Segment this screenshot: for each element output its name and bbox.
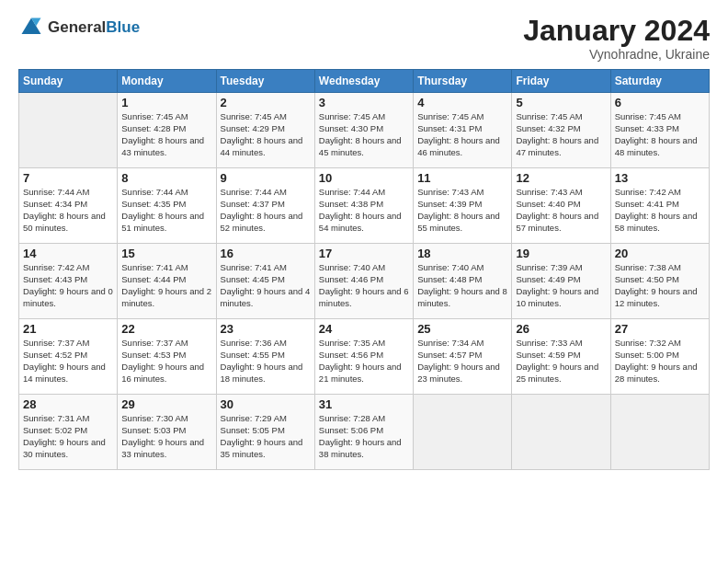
col-sunday: Sunday: [19, 70, 118, 93]
cell-info: Sunrise: 7:39 AMSunset: 4:49 PMDaylight:…: [516, 262, 598, 307]
cell-info: Sunrise: 7:45 AMSunset: 4:33 PMDaylight:…: [615, 111, 698, 156]
calendar-cell: 22 Sunrise: 7:37 AMSunset: 4:53 PMDaylig…: [118, 319, 216, 395]
page: GeneralBlue January 2024 Vynohradne, Ukr…: [0, 0, 728, 563]
calendar-cell: 24 Sunrise: 7:35 AMSunset: 4:56 PMDaylig…: [314, 319, 413, 395]
cell-info: Sunrise: 7:45 AMSunset: 4:29 PMDaylight:…: [221, 111, 303, 156]
day-number: 30: [221, 397, 311, 411]
cell-info: Sunrise: 7:43 AMSunset: 4:39 PMDaylight:…: [417, 187, 500, 232]
day-number: 9: [221, 171, 311, 185]
day-number: 16: [221, 247, 311, 260]
cell-info: Sunrise: 7:44 AMSunset: 4:35 PMDaylight:…: [121, 187, 204, 232]
calendar-cell: 21 Sunrise: 7:37 AMSunset: 4:52 PMDaylig…: [19, 319, 118, 395]
cell-info: Sunrise: 7:45 AMSunset: 4:30 PMDaylight:…: [319, 111, 402, 156]
col-monday: Monday: [118, 70, 216, 93]
calendar-cell: 18 Sunrise: 7:40 AMSunset: 4:48 PMDaylig…: [414, 244, 512, 319]
day-number: 6: [615, 96, 705, 109]
day-number: 22: [121, 322, 211, 336]
day-number: 7: [23, 171, 113, 185]
cell-info: Sunrise: 7:37 AMSunset: 4:52 PMDaylight:…: [23, 338, 106, 383]
calendar-cell: 25 Sunrise: 7:34 AMSunset: 4:57 PMDaylig…: [414, 319, 512, 395]
calendar-cell: [414, 395, 512, 470]
logo-icon: [18, 15, 44, 40]
cell-info: Sunrise: 7:45 AMSunset: 4:28 PMDaylight:…: [121, 111, 204, 156]
day-number: 18: [417, 247, 507, 260]
cell-info: Sunrise: 7:45 AMSunset: 4:31 PMDaylight:…: [417, 111, 500, 156]
cell-info: Sunrise: 7:44 AMSunset: 4:34 PMDaylight:…: [23, 187, 106, 232]
day-number: 4: [417, 96, 507, 109]
cell-info: Sunrise: 7:37 AMSunset: 4:53 PMDaylight:…: [121, 338, 204, 383]
day-number: 25: [417, 322, 507, 336]
calendar-cell: 9 Sunrise: 7:44 AMSunset: 4:37 PMDayligh…: [216, 168, 314, 244]
week-row-3: 14 Sunrise: 7:42 AMSunset: 4:43 PMDaylig…: [19, 244, 710, 319]
title-block: January 2024 Vynohradne, Ukraine: [523, 15, 710, 62]
calendar-cell: [19, 93, 118, 168]
day-number: 31: [319, 397, 409, 411]
calendar-cell: 13 Sunrise: 7:42 AMSunset: 4:41 PMDaylig…: [610, 168, 709, 244]
cell-info: Sunrise: 7:40 AMSunset: 4:48 PMDaylight:…: [417, 262, 507, 307]
calendar-cell: [512, 395, 610, 470]
cell-info: Sunrise: 7:38 AMSunset: 4:50 PMDaylight:…: [615, 262, 698, 307]
day-number: 2: [221, 96, 311, 109]
day-number: 8: [121, 171, 211, 185]
calendar-cell: 1 Sunrise: 7:45 AMSunset: 4:28 PMDayligh…: [118, 93, 216, 168]
week-row-4: 21 Sunrise: 7:37 AMSunset: 4:52 PMDaylig…: [19, 319, 710, 395]
day-number: 11: [417, 171, 507, 185]
calendar-cell: 4 Sunrise: 7:45 AMSunset: 4:31 PMDayligh…: [414, 93, 512, 168]
day-number: 24: [319, 322, 409, 336]
calendar-cell: 10 Sunrise: 7:44 AMSunset: 4:38 PMDaylig…: [314, 168, 413, 244]
day-number: 28: [23, 397, 113, 411]
cell-info: Sunrise: 7:29 AMSunset: 5:05 PMDaylight:…: [221, 413, 303, 458]
calendar-cell: 11 Sunrise: 7:43 AMSunset: 4:39 PMDaylig…: [414, 168, 512, 244]
header-row: Sunday Monday Tuesday Wednesday Thursday…: [19, 70, 710, 93]
day-number: 13: [615, 171, 705, 185]
col-friday: Friday: [512, 70, 610, 93]
logo-blue: Blue: [106, 18, 140, 36]
calendar-cell: 16 Sunrise: 7:41 AMSunset: 4:45 PMDaylig…: [216, 244, 314, 319]
week-row-2: 7 Sunrise: 7:44 AMSunset: 4:34 PMDayligh…: [19, 168, 710, 244]
day-number: 23: [221, 322, 311, 336]
cell-info: Sunrise: 7:44 AMSunset: 4:37 PMDaylight:…: [221, 187, 303, 232]
col-wednesday: Wednesday: [314, 70, 413, 93]
day-number: 3: [319, 96, 409, 109]
calendar-cell: 12 Sunrise: 7:43 AMSunset: 4:40 PMDaylig…: [512, 168, 610, 244]
cell-info: Sunrise: 7:33 AMSunset: 4:59 PMDaylight:…: [516, 338, 598, 383]
calendar-cell: 15 Sunrise: 7:41 AMSunset: 4:44 PMDaylig…: [118, 244, 216, 319]
cell-info: Sunrise: 7:32 AMSunset: 5:00 PMDaylight:…: [615, 338, 698, 383]
location: Vynohradne, Ukraine: [523, 47, 710, 62]
calendar-cell: 30 Sunrise: 7:29 AMSunset: 5:05 PMDaylig…: [216, 395, 314, 470]
day-number: 14: [23, 247, 113, 260]
cell-info: Sunrise: 7:28 AMSunset: 5:06 PMDaylight:…: [319, 413, 402, 458]
day-number: 17: [319, 247, 409, 260]
cell-info: Sunrise: 7:44 AMSunset: 4:38 PMDaylight:…: [319, 187, 402, 232]
col-tuesday: Tuesday: [216, 70, 314, 93]
calendar-cell: 26 Sunrise: 7:33 AMSunset: 4:59 PMDaylig…: [512, 319, 610, 395]
cell-info: Sunrise: 7:30 AMSunset: 5:03 PMDaylight:…: [121, 413, 204, 458]
calendar-cell: 27 Sunrise: 7:32 AMSunset: 5:00 PMDaylig…: [610, 319, 709, 395]
calendar-cell: 20 Sunrise: 7:38 AMSunset: 4:50 PMDaylig…: [610, 244, 709, 319]
calendar-cell: 6 Sunrise: 7:45 AMSunset: 4:33 PMDayligh…: [610, 93, 709, 168]
logo: GeneralBlue: [18, 15, 140, 40]
calendar-table: Sunday Monday Tuesday Wednesday Thursday…: [18, 69, 710, 470]
cell-info: Sunrise: 7:34 AMSunset: 4:57 PMDaylight:…: [417, 338, 500, 383]
col-thursday: Thursday: [414, 70, 512, 93]
cell-info: Sunrise: 7:43 AMSunset: 4:40 PMDaylight:…: [516, 187, 598, 232]
col-saturday: Saturday: [610, 70, 709, 93]
calendar-cell: 2 Sunrise: 7:45 AMSunset: 4:29 PMDayligh…: [216, 93, 314, 168]
week-row-5: 28 Sunrise: 7:31 AMSunset: 5:02 PMDaylig…: [19, 395, 710, 470]
cell-info: Sunrise: 7:31 AMSunset: 5:02 PMDaylight:…: [23, 413, 106, 458]
day-number: 1: [121, 96, 211, 109]
day-number: 12: [516, 171, 606, 185]
day-number: 29: [121, 397, 211, 411]
day-number: 21: [23, 322, 113, 336]
month-year: January 2024: [523, 15, 710, 47]
day-number: 20: [615, 247, 705, 260]
day-number: 19: [516, 247, 606, 260]
day-number: 26: [516, 322, 606, 336]
calendar-cell: 29 Sunrise: 7:30 AMSunset: 5:03 PMDaylig…: [118, 395, 216, 470]
day-number: 15: [121, 247, 211, 260]
week-row-1: 1 Sunrise: 7:45 AMSunset: 4:28 PMDayligh…: [19, 93, 710, 168]
calendar-cell: [610, 395, 709, 470]
cell-info: Sunrise: 7:45 AMSunset: 4:32 PMDaylight:…: [516, 111, 598, 156]
calendar-cell: 8 Sunrise: 7:44 AMSunset: 4:35 PMDayligh…: [118, 168, 216, 244]
logo-general: General: [48, 18, 106, 36]
